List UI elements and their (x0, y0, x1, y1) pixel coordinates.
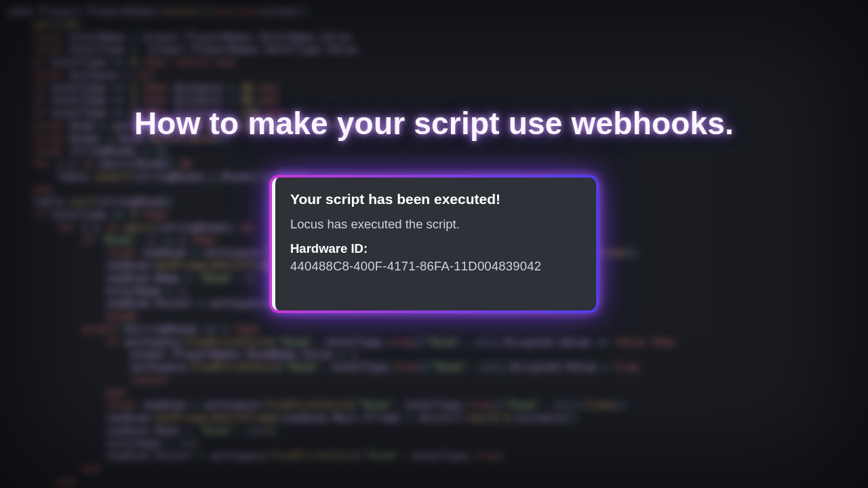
embed-field: Hardware ID: 440488C8-400F-4171-86FA-11D… (290, 241, 581, 274)
embed-field-value: 440488C8-400F-4171-86FA-11D004839042 (290, 259, 581, 274)
page-title: How to make your script use webhooks. (134, 105, 734, 142)
embed-body: Locus has executed the script. (290, 217, 581, 232)
embed-title: Your script has been executed! (290, 191, 581, 207)
embed-field-name: Hardware ID: (290, 241, 581, 256)
embed-card: Your script has been executed! Locus has… (269, 175, 599, 313)
embed-inner: Your script has been executed! Locus has… (272, 178, 596, 310)
